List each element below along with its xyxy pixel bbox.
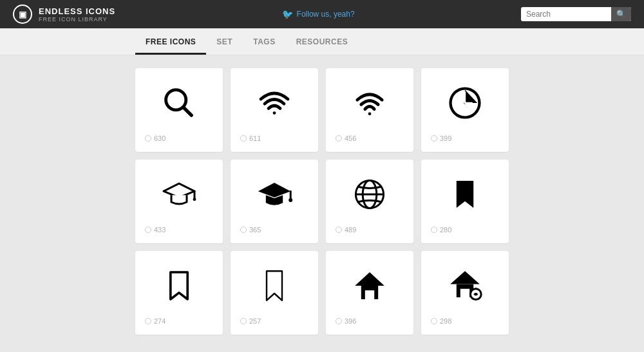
tab-tags[interactable]: TAGS: [243, 28, 285, 55]
icon-card-wifi-full[interactable]: 611: [231, 68, 318, 152]
icon-display: [431, 78, 499, 128]
icon-card-search[interactable]: 630: [135, 68, 223, 152]
icon-display: [336, 169, 404, 219]
icon-card-wifi-half[interactable]: 456: [326, 68, 413, 152]
count-text: 399: [440, 134, 451, 142]
nav: FREE ICONS SET TAGS RESOURCES: [0, 28, 644, 55]
icon-display: [240, 78, 308, 128]
count-radio: [145, 135, 151, 142]
count-text: 489: [345, 226, 356, 234]
icon-display: [431, 169, 499, 219]
count-radio: [240, 227, 247, 233]
count-text: 456: [345, 134, 356, 142]
svg-point-2: [273, 111, 276, 115]
count-radio: [336, 227, 342, 233]
icon-display: [240, 169, 308, 219]
icon-card-bookmark-outline[interactable]: 274: [135, 251, 223, 335]
icon-display: [336, 261, 404, 311]
tab-resources[interactable]: RESOURCES: [286, 28, 359, 55]
count-text: 257: [249, 317, 261, 325]
count-radio: [145, 318, 151, 324]
icon-count: 489: [336, 226, 404, 234]
icon-count: 298: [431, 317, 499, 325]
svg-line-1: [184, 107, 192, 116]
icon-count: 433: [145, 226, 213, 234]
icon-card-bookmark-solid[interactable]: 280: [421, 160, 509, 243]
svg-point-28: [475, 293, 477, 295]
count-radio: [145, 227, 151, 233]
tab-set[interactable]: SET: [206, 28, 243, 55]
icon-card-grad-solid[interactable]: 365: [231, 160, 318, 243]
count-text: 630: [154, 134, 166, 142]
icon-card-globe[interactable]: 489: [326, 160, 413, 243]
header-right: 🔍: [521, 7, 631, 21]
icon-card-clock[interactable]: 399: [421, 68, 509, 152]
tab-free-icons[interactable]: FREE ICONS: [135, 28, 206, 55]
icon-count: 611: [240, 134, 308, 142]
icon-card-home-security[interactable]: 298: [421, 251, 509, 335]
icon-grid: 630 611: [135, 68, 509, 335]
icon-count: 257: [240, 317, 308, 325]
twitter-icon: 🐦: [282, 9, 293, 19]
twitter-follow-link[interactable]: Follow us, yeah?: [297, 10, 355, 19]
icon-count: 399: [431, 134, 499, 142]
count-text: 396: [345, 317, 356, 325]
header-left: ▣ ENDLESS ICONS FREE ICON LIBRARY: [13, 5, 115, 24]
svg-marker-24: [450, 271, 480, 284]
logo-text: ENDLESS ICONS FREE ICON LIBRARY: [39, 6, 115, 23]
svg-point-14: [193, 198, 196, 201]
count-radio: [336, 318, 342, 324]
icon-display: [336, 78, 404, 128]
svg-rect-23: [365, 290, 374, 299]
logo-title: ENDLESS ICONS: [39, 6, 115, 16]
icon-card-home[interactable]: 396: [326, 251, 413, 335]
header-center: 🐦 Follow us, yeah?: [282, 9, 355, 19]
svg-marker-15: [258, 183, 290, 198]
count-radio: [431, 135, 437, 142]
logo-icon: ▣: [13, 5, 32, 24]
search-button[interactable]: 🔍: [611, 7, 631, 21]
icon-count: 365: [240, 226, 308, 234]
icon-card-bookmark-thin[interactable]: 257: [231, 251, 318, 335]
header: ▣ ENDLESS ICONS FREE ICON LIBRARY 🐦 Foll…: [0, 0, 644, 28]
logo-subtitle: FREE ICON LIBRARY: [39, 16, 115, 23]
icon-count: 630: [145, 134, 213, 142]
count-text: 274: [154, 317, 166, 325]
icon-count: 456: [336, 134, 404, 142]
svg-point-3: [368, 112, 372, 115]
count-radio: [240, 135, 247, 142]
count-radio: [240, 318, 247, 324]
count-radio: [431, 318, 437, 324]
main-content: 630 611: [0, 55, 644, 347]
svg-rect-26: [460, 289, 469, 297]
count-radio: [336, 135, 342, 142]
count-text: 611: [249, 134, 261, 142]
count-text: 280: [440, 226, 451, 234]
search-input[interactable]: [521, 7, 611, 21]
search-box: 🔍: [521, 7, 631, 21]
count-radio: [431, 227, 437, 233]
icon-display: [240, 261, 308, 311]
svg-point-17: [289, 198, 292, 202]
icon-count: 396: [336, 317, 404, 325]
twitter-follow-label: Follow us, yeah?: [297, 10, 355, 19]
icon-count: 280: [431, 226, 499, 234]
count-text: 433: [154, 226, 166, 234]
icon-display: [145, 169, 213, 219]
count-text: 365: [249, 226, 261, 234]
icon-display: [145, 78, 213, 128]
icon-display: [145, 261, 213, 311]
icon-count: 274: [145, 317, 213, 325]
icon-card-grad-outline[interactable]: 433: [135, 160, 223, 243]
icon-display: [431, 261, 499, 311]
svg-marker-21: [355, 272, 384, 286]
count-text: 298: [440, 317, 451, 325]
